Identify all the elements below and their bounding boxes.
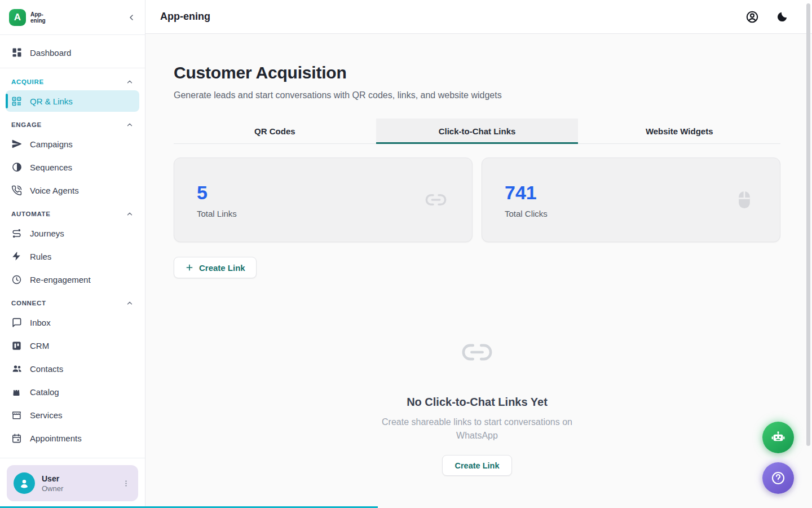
tab-label: QR Codes xyxy=(254,126,295,136)
user-card[interactable]: User Owner xyxy=(7,465,138,501)
section-header-engage[interactable]: ENGAGE xyxy=(6,113,139,133)
sidebar-item-crm[interactable]: CRM xyxy=(6,335,139,356)
sidebar-item-label: CRM xyxy=(30,341,49,351)
collapse-sidebar-icon[interactable] xyxy=(127,13,136,22)
create-link-button[interactable]: Create Link xyxy=(174,257,257,278)
create-link-button-label: Create Link xyxy=(199,263,245,273)
sidebar-item-label: Re-engagement xyxy=(30,275,91,284)
sidebar-divider xyxy=(0,68,145,68)
mouse-icon xyxy=(734,189,755,211)
stat-card-total-clicks: 741 Total Clicks xyxy=(482,157,780,242)
logo-text-line2: ening xyxy=(30,17,46,24)
topbar-title: App-ening xyxy=(160,11,210,23)
sidebar-item-label: Voice Agents xyxy=(30,186,79,195)
robot-icon xyxy=(770,430,786,445)
board-icon xyxy=(11,340,23,351)
kebab-menu-icon[interactable] xyxy=(120,477,133,490)
store-icon xyxy=(11,409,23,421)
plus-icon xyxy=(185,263,194,272)
question-mark-icon xyxy=(770,470,786,486)
sidebar-item-catalog[interactable]: Catalog xyxy=(6,381,139,402)
link-icon xyxy=(461,336,493,369)
sidebar-item-qr-links[interactable]: QR & Links xyxy=(6,90,139,112)
vertical-scrollbar[interactable] xyxy=(806,3,810,446)
calendar-icon xyxy=(11,432,23,444)
sidebar-item-inbox[interactable]: Inbox xyxy=(6,312,139,333)
zap-icon xyxy=(11,251,23,262)
sidebar-item-re-engagement[interactable]: Re-engagement xyxy=(6,269,139,290)
user-circle-icon[interactable] xyxy=(745,10,759,24)
logo-text: App- ening xyxy=(30,11,46,24)
stat-card-total-links: 5 Total Links xyxy=(174,157,473,242)
section-label: ACQUIRE xyxy=(11,78,44,85)
shopping-bag-icon xyxy=(11,386,23,397)
sidebar-item-label: Dashboard xyxy=(30,48,71,58)
page-title: Customer Acquisition xyxy=(174,63,780,82)
link-icon xyxy=(425,189,447,211)
route-icon xyxy=(11,227,23,239)
section-label: CONNECT xyxy=(11,300,46,306)
sidebar-item-sequences[interactable]: Sequences xyxy=(6,156,139,178)
empty-state-title: No Click-to-Chat Links Yet xyxy=(407,396,548,409)
users-icon xyxy=(11,363,23,374)
empty-state: No Click-to-Chat Links Yet Create sharea… xyxy=(174,336,780,476)
sidebar-item-dashboard[interactable]: Dashboard xyxy=(6,42,139,63)
topbar-actions xyxy=(745,10,788,24)
tab-qr-codes[interactable]: QR Codes xyxy=(174,119,376,143)
section-label: AUTOMATE xyxy=(11,211,51,217)
phone-call-icon xyxy=(11,185,23,196)
topbar: App-ening xyxy=(145,0,812,34)
dashboard-icon xyxy=(11,47,23,58)
main-area: Customer Acquisition Generate leads and … xyxy=(145,34,812,508)
section-header-acquire[interactable]: ACQUIRE xyxy=(6,71,139,90)
moon-icon[interactable] xyxy=(776,11,788,23)
sidebar-item-label: Inbox xyxy=(30,318,51,327)
sidebar-item-contacts[interactable]: Contacts xyxy=(6,358,139,379)
logo-mark-icon: A xyxy=(9,9,26,26)
sidebar-user-area: User Owner xyxy=(0,458,145,508)
section-header-connect[interactable]: CONNECT xyxy=(6,292,139,312)
page-subtitle: Generate leads and start conversations w… xyxy=(174,90,780,100)
contrast-icon xyxy=(11,161,23,173)
chatbot-fab-button[interactable] xyxy=(762,422,794,453)
sidebar-item-label: Journeys xyxy=(30,229,64,238)
tab-bar: QR Codes Click-to-Chat Links Website Wid… xyxy=(174,119,780,144)
app-logo: A App- ening xyxy=(9,9,46,26)
section-header-automate[interactable]: AUTOMATE xyxy=(6,203,139,222)
sidebar: A App- ening Dashboard ACQUIRE xyxy=(0,0,145,508)
sidebar-item-rules[interactable]: Rules xyxy=(6,246,139,267)
message-square-icon xyxy=(11,317,23,328)
app-window: A App- ening Dashboard ACQUIRE xyxy=(0,0,812,508)
tab-click-to-chat-links[interactable]: Click-to-Chat Links xyxy=(376,119,579,143)
sidebar-item-label: Appointments xyxy=(30,433,82,443)
avatar xyxy=(14,472,35,494)
chevron-up-icon[interactable] xyxy=(126,299,134,307)
sidebar-item-label: Services xyxy=(30,410,63,420)
sidebar-item-campaigns[interactable]: Campaigns xyxy=(6,133,139,155)
sidebar-item-journeys[interactable]: Journeys xyxy=(6,222,139,244)
tab-label: Website Widgets xyxy=(646,126,713,136)
user-role: Owner xyxy=(42,484,113,493)
sidebar-item-label: Catalog xyxy=(30,387,59,397)
empty-state-description: Create shareable links to start conversa… xyxy=(370,415,584,443)
chevron-up-icon[interactable] xyxy=(126,78,134,86)
tab-website-widgets[interactable]: Website Widgets xyxy=(578,119,780,143)
sidebar-header: A App- ening xyxy=(0,0,145,35)
person-icon xyxy=(18,477,30,489)
sidebar-item-label: QR & Links xyxy=(30,97,73,106)
qr-code-icon xyxy=(11,95,23,107)
empty-create-link-button[interactable]: Create Link xyxy=(442,455,513,476)
section-label: ENGAGE xyxy=(11,121,42,128)
sidebar-item-label: Contacts xyxy=(30,364,63,374)
sidebar-item-voice-agents[interactable]: Voice Agents xyxy=(6,179,139,201)
clock-icon xyxy=(11,274,23,285)
chevron-up-icon[interactable] xyxy=(126,121,134,129)
chevron-up-icon[interactable] xyxy=(126,210,134,218)
sidebar-item-services[interactable]: Services xyxy=(6,404,139,426)
sidebar-nav: Dashboard ACQUIRE QR & Links ENGAGE xyxy=(0,35,145,458)
sidebar-item-appointments[interactable]: Appointments xyxy=(6,427,139,449)
sidebar-item-label: Sequences xyxy=(30,163,72,172)
send-icon xyxy=(11,138,23,150)
help-fab-button[interactable] xyxy=(762,462,794,494)
user-meta: User Owner xyxy=(42,474,113,493)
